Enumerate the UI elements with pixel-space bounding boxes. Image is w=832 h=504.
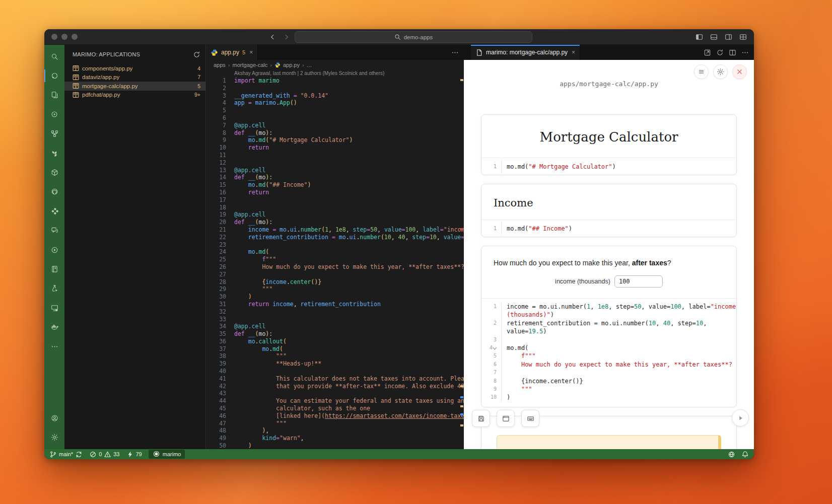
code-line[interactable]: 16 return [206,189,464,196]
code-line[interactable]: 15 mo.md("## Income") [206,181,464,189]
code-line[interactable]: 31 return income, retirement_contributio… [206,301,464,308]
zoom-window-button[interactable] [72,34,78,40]
breadcrumb-item[interactable]: … [307,62,312,68]
extra-counter-item[interactable]: 79 [126,451,142,458]
code-line[interactable]: 45 calculator, such as the one [206,405,464,412]
code-line[interactable]: 9 mo.md("# Mortgage Calculator") [206,136,464,144]
code-line[interactable]: 13@app.cell [206,167,464,174]
activity-bar-item-search[interactable] [44,47,64,66]
code-line[interactable]: 38 """ [206,352,464,360]
minimize-window-button[interactable] [61,34,67,40]
activity-bar-item-pages[interactable] [44,86,64,105]
breadcrumb-item[interactable]: app.py [283,62,300,68]
code-line[interactable]: 26 How much do you expect to make this y… [206,263,464,271]
income-number-input[interactable] [614,275,663,287]
code-line[interactable]: 21 income = mo.ui.number(1, 1e8, step=50… [206,226,464,234]
more-actions-icon[interactable] [741,49,749,56]
activity-bar-item-remote-monitor[interactable] [44,298,64,317]
code-line[interactable]: 22 retirement_contribution = mo.ui.numbe… [206,234,464,241]
code-line[interactable]: 43 [206,390,464,397]
more-actions-icon[interactable] [451,49,459,56]
code-line[interactable]: 42 that you provide **after-tax** income… [206,383,464,390]
tab-app-py[interactable]: app.py 5 × [206,45,258,60]
back-icon[interactable] [269,33,276,41]
cell-income-title[interactable]: Income 1 mo.md("## Income") [481,184,737,237]
cell-code[interactable]: mo.md("## Income") [501,222,736,236]
fold-chevron-icon[interactable] [493,345,497,349]
git-branch-item[interactable]: main* [49,451,83,458]
code-line[interactable]: 25 f""" [206,256,464,263]
sidebar-item-pdfchat-app-py[interactable]: pdfchat/app.py9+ [64,91,205,100]
activity-bar-item-docker[interactable] [44,317,64,336]
code-line[interactable]: 10 return [206,144,464,152]
open-app-button[interactable] [497,410,515,427]
activity-bar-item-run-search[interactable] [44,105,64,124]
close-window-button[interactable] [51,34,57,40]
close-tab-icon[interactable]: × [572,49,575,56]
breadcrumb-item[interactable]: mortgage-calc [233,62,268,68]
cell-code-block[interactable]: 1income = mo.ui.number(1, 1e8, step=50, … [481,299,736,407]
toggle-sidebar-icon[interactable] [696,33,703,41]
code-line[interactable]: 19@app.cell [206,211,464,219]
activity-bar-item-azure[interactable] [44,201,64,221]
refresh-icon[interactable] [193,51,200,58]
command-center-search[interactable]: demo-apps [295,31,532,43]
shutdown-button[interactable] [732,64,747,79]
activity-bar-item-test-run[interactable] [44,279,64,298]
close-tab-icon[interactable]: × [249,49,253,56]
code-line[interactable]: 2 [206,85,464,92]
marimo-status-item[interactable]: marimo [149,450,185,459]
code-line[interactable]: 17 [206,196,464,204]
activity-bar-item-package[interactable] [44,163,64,182]
code-line[interactable]: 35def __(mo): [206,330,464,338]
shortcuts-button[interactable] [521,410,539,427]
code-line[interactable]: 33 [206,316,464,323]
code-line[interactable]: 14def __(mo): [206,174,464,181]
code-line[interactable]: 12 [206,159,464,167]
code-line[interactable]: 41 This calculator does not take taxes i… [206,375,464,383]
save-button[interactable] [472,410,490,427]
reload-preview-icon[interactable] [716,49,724,56]
sidebar-item-components-app-py[interactable]: components/app.py4 [64,64,205,73]
code-line[interactable]: 30 ) [206,293,464,301]
code-line[interactable]: 27 [206,271,464,278]
sidebar-item-dataviz-app-py[interactable]: dataviz/app.py7 [64,73,205,82]
activity-bar-item-github[interactable] [44,182,64,201]
breadcrumb[interactable]: apps› mortgage-calc› app.py› … [206,60,464,70]
code-line[interactable]: 3__generated_with = "0.0.14" [206,92,464,100]
code-line[interactable]: 4app = marimo.App() [206,99,464,107]
code-line[interactable]: 1import marimo [206,77,464,85]
activity-bar-item-marimo[interactable] [44,66,64,85]
code-line[interactable]: 47 """ [206,420,464,427]
codelens-blame[interactable]: Akshay Agrawal, last month | 2 authors (… [206,70,464,77]
code-line[interactable]: 44 You can estimate your federal and sta… [206,397,464,405]
activity-bar-item-settings[interactable] [44,428,64,447]
run-cell-button[interactable] [732,409,749,426]
toggle-secondary-sidebar-icon[interactable] [725,33,732,41]
code-line[interactable]: 24 mo.md( [206,248,464,256]
remote-globe-icon[interactable] [728,451,735,458]
code-line[interactable]: 23 [206,241,464,249]
code-editor[interactable]: 1import marimo23__generated_with = "0.0.… [206,77,464,449]
activity-bar-item-play-circle[interactable] [44,240,64,259]
code-line[interactable]: 8def __(mo): [206,129,464,137]
problems-item[interactable]: 0 33 [89,451,119,458]
code-line[interactable]: 46 [linked here](https://smartasset.com/… [206,412,464,420]
split-editor-icon[interactable] [729,49,736,56]
code-line[interactable]: 49 kind="warn", [206,435,464,442]
code-line[interactable]: 40 [206,368,464,375]
notifications-bell-icon[interactable] [741,451,749,458]
code-line[interactable]: 37 mo.md( [206,345,464,353]
cell-income-input[interactable]: How much do you expect to make this year… [481,246,737,407]
code-line[interactable]: 6 [206,114,464,122]
code-line[interactable]: 11 [206,152,464,159]
toggle-panel-icon[interactable] [710,33,718,41]
code-line[interactable]: 50 ) [206,442,464,449]
customize-layout-icon[interactable] [739,33,747,41]
activity-bar-item-notebook[interactable] [44,259,64,278]
code-line[interactable]: 48 ), [206,427,464,435]
app-settings-button[interactable] [713,64,728,79]
menu-button[interactable] [694,64,709,79]
code-line[interactable]: 5 [206,107,464,114]
cell-mortgage-title[interactable]: Mortgage Calculator 1 mo.md("# Mortgage … [481,114,737,175]
